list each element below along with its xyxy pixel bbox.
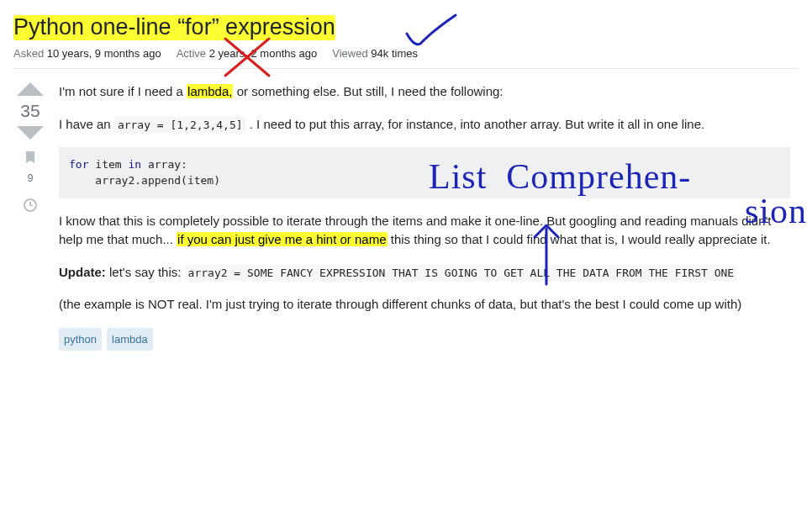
para-update: Update: let's say this: array2 = SOME FA… [59,263,790,283]
tag-python[interactable]: python [59,328,102,351]
active-label: Active [177,47,206,60]
code-line2: array2.append(item) [69,174,220,187]
active-meta: Active 2 years, 2 months ago [177,47,318,60]
viewed-label: Viewed [332,47,367,60]
para-5: (the example is NOT real. I'm just tryin… [59,295,790,314]
inline-code-array: array = [1,2,3,4,5] [114,117,246,133]
kw-in: in [128,158,141,171]
viewed-value: 94k times [371,47,418,60]
update-label: Update: [59,265,106,279]
timeline-icon[interactable] [23,198,38,215]
viewed-meta: Viewed 94k times [332,47,418,60]
para-2: I have an array = [1,2,3,4,5] . I need t… [59,115,790,135]
question-meta: Asked 10 years, 9 months ago Active 2 ye… [13,47,799,69]
active-value: 2 years, 2 months ago [209,47,318,60]
highlight-lambda: lambda, [187,84,233,98]
vote-column: 35 9 [13,82,47,351]
bookmark-icon[interactable] [23,150,38,167]
update-code: array2 = SOME FANCY EXPRESSION THAT IS G… [185,265,738,281]
bookmark-count: 9 [28,172,34,184]
question-row: 35 9 I'm not sure if I need a lambda, or… [13,82,799,351]
para-1: I'm not sure if I need a lambda, or some… [59,82,790,102]
checkmark-annotation [402,8,461,50]
code-line1-rest: array: [141,158,187,171]
asked-label: Asked [13,47,44,60]
handwriting-list-comprehension: List Comprehen- sion [429,158,812,229]
code-item: item [88,158,128,171]
p1-before: I'm not sure if I need a [59,84,187,98]
question-header: Python one-line “for” expression Asked 1… [13,12,799,69]
asked-value: 10 years, 9 months ago [47,47,161,60]
update-text: let's say this: [106,265,185,279]
p1-after: or something else. But still, I need the… [233,84,503,98]
downvote-icon[interactable] [17,126,44,140]
tags-row: python lambda [59,328,790,351]
vote-score: 35 [20,101,40,121]
page-title: Python one-line “for” expression [13,12,335,42]
p3-after: this thing so that I could find what tha… [388,232,771,246]
asked-meta: Asked 10 years, 9 months ago [13,47,161,60]
tag-lambda[interactable]: lambda [107,328,153,351]
p2-before: I have an [59,117,114,131]
kw-for: for [69,158,88,171]
p2-after: . I need to put this array, for instance… [246,117,705,131]
upvote-icon[interactable] [17,82,44,96]
highlight-hint: if you can just give me a hint or name [177,232,387,246]
post-body: I'm not sure if I need a lambda, or some… [59,82,790,351]
title-text: Python one-line “for” expression [13,14,335,40]
